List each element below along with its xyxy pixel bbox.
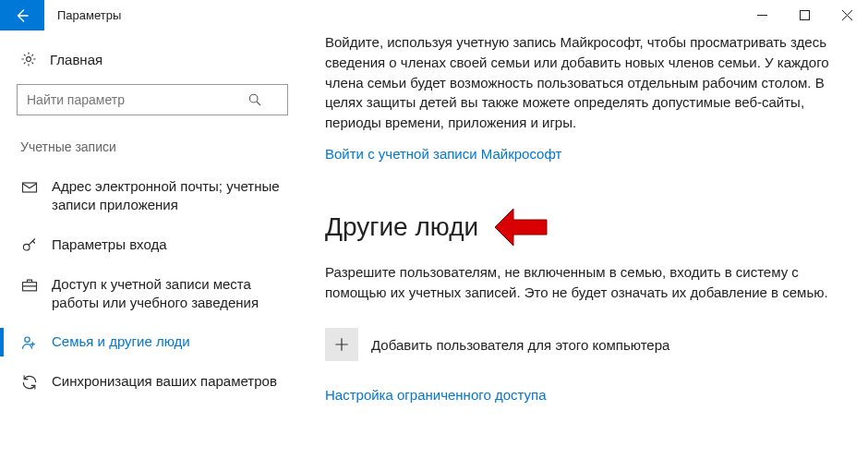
gear-icon (20, 51, 37, 67)
restricted-access-link[interactable]: Настройка ограниченного доступа (325, 387, 547, 403)
sidebar-item-sync[interactable]: Синхронизация ваших параметров (17, 362, 288, 402)
arrow-left-icon (14, 7, 30, 24)
sync-icon (20, 373, 39, 392)
home-label: Главная (50, 52, 102, 67)
minimize-icon (757, 10, 767, 20)
svg-rect-3 (23, 183, 37, 192)
svg-point-1 (27, 57, 31, 62)
key-icon (20, 236, 39, 255)
content: Войдите, используя учетную запись Майкро… (305, 30, 868, 471)
search-input[interactable] (17, 84, 288, 115)
maximize-icon (800, 10, 810, 20)
sidebar-item-work-access[interactable]: Доступ к учетной записи места работы или… (17, 265, 288, 323)
mail-icon (20, 178, 39, 197)
family-intro-text: Войдите, используя учетную запись Майкро… (325, 32, 840, 133)
sidebar-item-signin-options[interactable]: Параметры входа (17, 225, 288, 265)
close-icon (842, 10, 852, 20)
home-button[interactable]: Главная (17, 51, 288, 67)
sidebar-item-label: Семья и другие люди (52, 332, 283, 351)
minimize-button[interactable] (741, 0, 783, 30)
add-user-label: Добавить пользователя для этого компьюте… (371, 337, 669, 353)
search-wrap (17, 84, 288, 115)
add-user-button[interactable]: Добавить пользователя для этого компьюте… (325, 328, 840, 361)
svg-point-4 (23, 244, 30, 250)
titlebar: Параметры (0, 0, 868, 30)
add-user-icon-box (325, 328, 358, 361)
window-title: Параметры (44, 0, 741, 30)
sidebar-item-family[interactable]: Семья и другие люди (17, 322, 288, 362)
sidebar-item-label: Доступ к учетной записи места работы или… (52, 275, 283, 313)
sidebar-nav: Адрес электронной почты; учетные записи … (17, 167, 288, 402)
plus-icon (333, 336, 350, 353)
sidebar-item-email[interactable]: Адрес электронной почты; учетные записи … (17, 167, 288, 225)
svg-point-6 (25, 337, 30, 342)
maximize-button[interactable] (783, 0, 826, 30)
close-button[interactable] (826, 0, 868, 30)
sidebar-item-label: Синхронизация ваших параметров (52, 372, 283, 391)
other-people-title-row: Другие люди (325, 207, 840, 248)
window-controls (741, 0, 868, 30)
svg-rect-0 (800, 11, 809, 20)
sidebar-section-label: Учетные записи (17, 139, 288, 154)
signin-link[interactable]: Войти с учетной записи Майкрософт (325, 146, 561, 162)
briefcase-icon (20, 276, 39, 295)
people-icon (20, 333, 39, 352)
sidebar-item-label: Параметры входа (52, 236, 283, 254)
other-people-title: Другие люди (325, 212, 478, 242)
back-button[interactable] (0, 0, 44, 30)
body: Главная Учетные записи Адрес электронной… (0, 30, 868, 471)
red-arrow-annotation-icon (493, 207, 549, 248)
sidebar-item-label: Адрес электронной почты; учетные записи … (52, 177, 283, 215)
other-people-desc: Разрешите пользователям, не включенным в… (325, 262, 840, 303)
sidebar: Главная Учетные записи Адрес электронной… (0, 30, 305, 471)
